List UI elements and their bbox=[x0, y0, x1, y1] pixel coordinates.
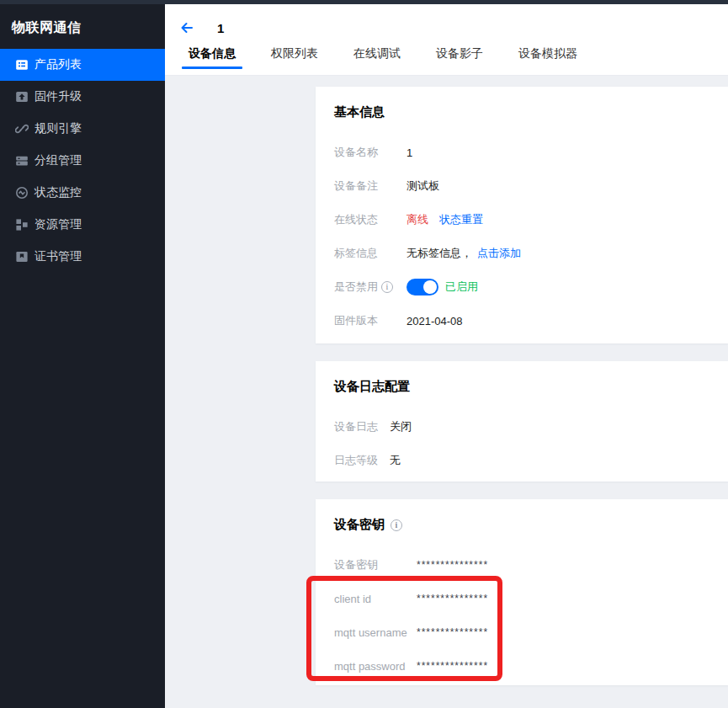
sidebar-title: 物联网通信 bbox=[0, 4, 165, 49]
page-title: 1 bbox=[217, 21, 224, 35]
resource-management-icon bbox=[15, 218, 29, 232]
tab-permission-list[interactable]: 权限列表 bbox=[264, 41, 325, 69]
device-secret-value: *************** bbox=[417, 559, 488, 571]
firmware-upgrade-icon bbox=[15, 90, 29, 104]
basic-info-card: 基本信息 设备名称 1 设备备注 测试板 在线状态 离线 状态重置 标签信息 无… bbox=[316, 87, 728, 343]
tag-info-row: 标签信息 无标签信息， 点击添加 bbox=[334, 245, 708, 262]
top-nav-strip bbox=[0, 0, 728, 4]
disabled-label-text: 是否禁用 bbox=[334, 279, 378, 295]
sidebar-item-rule-engine[interactable]: 规则引擎 bbox=[0, 113, 165, 145]
tab-online-debug[interactable]: 在线调试 bbox=[347, 41, 407, 69]
firmware-version-row: 固件版本 2021-04-08 bbox=[334, 312, 708, 329]
enabled-status-text: 已启用 bbox=[445, 279, 478, 295]
disabled-label: 是否禁用 bbox=[334, 279, 407, 295]
sidebar-item-resource-management[interactable]: 资源管理 bbox=[0, 209, 165, 241]
mqtt-password-row: mqtt password *************** bbox=[334, 657, 708, 674]
group-management-icon bbox=[15, 154, 29, 168]
log-level-value: 无 bbox=[390, 453, 401, 468]
device-secret-title: 设备密钥 bbox=[334, 517, 708, 533]
tab-device-simulator[interactable]: 设备模拟器 bbox=[512, 41, 584, 69]
device-remark-row: 设备备注 测试板 bbox=[334, 178, 708, 194]
log-level-row: 日志等级 无 bbox=[334, 452, 708, 469]
certificate-management-icon bbox=[15, 250, 29, 264]
online-status-value: 离线 bbox=[407, 212, 428, 227]
firmware-version-label: 固件版本 bbox=[334, 313, 407, 328]
online-status-row: 在线状态 离线 状态重置 bbox=[334, 211, 708, 228]
client-id-label: client id bbox=[334, 593, 417, 605]
sidebar-item-status-monitor[interactable]: 状态监控 bbox=[0, 177, 165, 209]
mqtt-password-label: mqtt password bbox=[334, 660, 417, 673]
device-log-row: 设备日志 关闭 bbox=[334, 418, 708, 435]
tab-device-info[interactable]: 设备信息 bbox=[182, 41, 242, 69]
sidebar-item-group-management[interactable]: 分组管理 bbox=[0, 145, 165, 177]
sidebar-item-product-list[interactable]: 产品列表 bbox=[0, 49, 165, 81]
rule-engine-icon bbox=[15, 122, 29, 136]
tab-device-shadow[interactable]: 设备影子 bbox=[429, 41, 490, 69]
sidebar-item-label: 证书管理 bbox=[35, 249, 82, 264]
device-remark-value: 测试板 bbox=[407, 178, 439, 194]
client-id-value: *************** bbox=[417, 593, 488, 604]
firmware-version-value: 2021-04-08 bbox=[407, 315, 463, 327]
disabled-row: 是否禁用 已启用 bbox=[334, 279, 708, 295]
device-secret-title-text: 设备密钥 bbox=[334, 517, 385, 533]
tag-info-label: 标签信息 bbox=[334, 246, 407, 261]
device-name-value: 1 bbox=[407, 146, 412, 159]
device-name-label: 设备名称 bbox=[334, 145, 407, 160]
disabled-toggle[interactable] bbox=[407, 279, 438, 295]
sidebar-item-firmware-upgrade[interactable]: 固件升级 bbox=[0, 81, 165, 113]
tag-info-value: 无标签信息， bbox=[407, 246, 472, 261]
sidebar-item-label: 固件升级 bbox=[35, 89, 82, 104]
device-log-label: 设备日志 bbox=[334, 419, 390, 434]
device-secret-card: 设备密钥 设备密钥 *************** client id ****… bbox=[316, 499, 728, 685]
status-monitor-icon bbox=[15, 186, 29, 200]
tab-bar: 设备信息 权限列表 在线调试 设备影子 设备模拟器 bbox=[165, 41, 728, 69]
main-area: 1 设备信息 权限列表 在线调试 设备影子 设备模拟器 基本信息 设备名称 1 … bbox=[165, 4, 728, 708]
mqtt-username-row: mqtt username *************** bbox=[334, 624, 708, 641]
device-secret-label: 设备密钥 bbox=[334, 557, 417, 572]
page-header: 1 设备信息 权限列表 在线调试 设备影子 设备模拟器 bbox=[165, 4, 728, 76]
device-name-row: 设备名称 1 bbox=[334, 144, 708, 161]
info-icon[interactable] bbox=[391, 519, 402, 531]
status-reset-link[interactable]: 状态重置 bbox=[439, 212, 483, 227]
basic-info-title: 基本信息 bbox=[334, 104, 708, 120]
sidebar-item-label: 状态监控 bbox=[35, 185, 82, 200]
log-config-card: 设备日志配置 设备日志 关闭 日志等级 无 bbox=[316, 361, 728, 482]
device-secret-row: 设备密钥 *************** bbox=[334, 556, 708, 573]
online-status-label: 在线状态 bbox=[334, 212, 407, 227]
device-remark-label: 设备备注 bbox=[334, 178, 407, 194]
back-arrow-icon[interactable] bbox=[179, 20, 194, 35]
sidebar-item-label: 资源管理 bbox=[35, 217, 82, 232]
tag-add-link[interactable]: 点击添加 bbox=[477, 246, 521, 261]
log-level-label: 日志等级 bbox=[334, 453, 390, 468]
sidebar: 物联网通信 产品列表 固件升级 规则引擎 bbox=[0, 4, 165, 708]
client-id-row: client id *************** bbox=[334, 590, 708, 607]
mqtt-username-label: mqtt username bbox=[334, 626, 417, 639]
mqtt-username-value: *************** bbox=[417, 626, 488, 638]
sidebar-item-label: 规则引擎 bbox=[35, 121, 82, 136]
info-icon[interactable] bbox=[381, 281, 393, 293]
mqtt-password-value: *************** bbox=[417, 660, 488, 672]
content-area: 基本信息 设备名称 1 设备备注 测试板 在线状态 离线 状态重置 标签信息 无… bbox=[165, 76, 728, 685]
sidebar-item-certificate-management[interactable]: 证书管理 bbox=[0, 241, 165, 273]
sidebar-item-label: 产品列表 bbox=[35, 57, 82, 72]
product-list-icon bbox=[15, 58, 29, 72]
log-config-title: 设备日志配置 bbox=[334, 379, 708, 395]
sidebar-item-label: 分组管理 bbox=[35, 153, 82, 168]
device-log-value: 关闭 bbox=[390, 419, 412, 434]
